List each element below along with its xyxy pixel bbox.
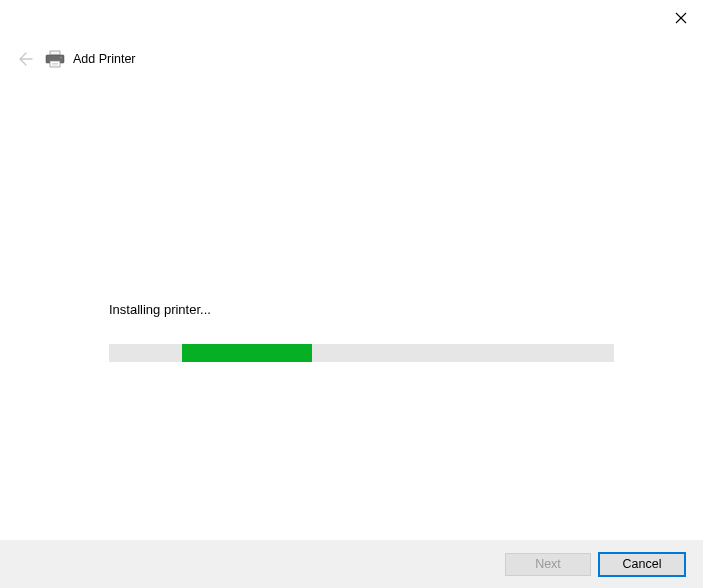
titlebar	[0, 0, 703, 34]
progress-bar-track	[109, 344, 614, 362]
back-button	[13, 48, 35, 70]
cancel-button[interactable]: Cancel	[599, 553, 685, 576]
close-button[interactable]	[673, 10, 689, 26]
svg-rect-2	[50, 51, 60, 55]
wizard-content: Installing printer...	[0, 70, 703, 540]
add-printer-wizard: Add Printer Installing printer... Next C…	[0, 0, 703, 588]
install-status-text: Installing printer...	[109, 302, 703, 317]
wizard-header: Add Printer	[0, 34, 703, 70]
wizard-footer: Next Cancel	[0, 540, 703, 588]
close-icon	[675, 12, 687, 24]
back-arrow-icon	[15, 50, 33, 68]
next-button: Next	[505, 553, 591, 576]
svg-rect-4	[50, 61, 60, 67]
svg-point-5	[60, 57, 62, 59]
progress-bar-fill	[182, 344, 312, 362]
wizard-title: Add Printer	[73, 52, 136, 66]
printer-icon	[45, 50, 65, 68]
